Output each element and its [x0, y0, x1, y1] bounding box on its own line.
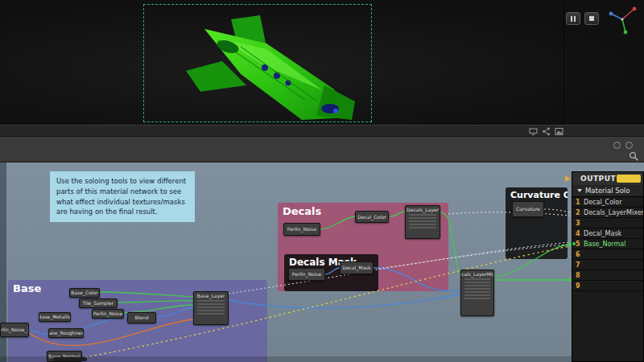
graph-horizontal-scrollbar[interactable] [0, 356, 572, 362]
solo-row-4[interactable]: 4 Decal_Mask [572, 228, 643, 239]
circle-option-icon-2[interactable] [625, 142, 633, 149]
solo-row-2[interactable]: 2 Decals_LayerMixer [572, 208, 643, 218]
viewport-toolbar [0, 125, 644, 137]
output-panel-header[interactable]: OUTPUT [572, 172, 643, 185]
stop-icon [589, 16, 594, 21]
node-perlin-noise-mask[interactable]: Perlin_Noise [288, 268, 325, 281]
share-icon[interactable] [542, 127, 551, 136]
playback-controls [566, 12, 599, 25]
comment-text: Use the soloing tools to view different … [56, 177, 186, 216]
graph-toolbar [0, 137, 644, 162]
node-perlin-noise-3d[interactable]: Perlin_Noise_3D [0, 323, 29, 337]
solo-row-1[interactable]: 1 Decal_Color [572, 197, 643, 208]
node-curvature[interactable]: Curvature [512, 201, 544, 217]
display-capture-icon[interactable] [529, 127, 538, 136]
viewport-selection-rect [143, 4, 372, 122]
pause-button[interactable] [566, 12, 580, 25]
output-play-icon [565, 175, 571, 182]
scrollbar-handle[interactable] [53, 357, 87, 361]
chevron-down-icon [577, 189, 582, 192]
material-solo-label: Material Solo [585, 187, 630, 195]
spaceship-model [144, 5, 373, 123]
node-decal-color[interactable]: Decal_Color [355, 211, 389, 223]
solo-row-5-active[interactable]: 5 Base_Normal [572, 239, 643, 249]
node-base-metallic[interactable]: Base_Metallic [39, 312, 71, 322]
application-window: Base Decals Decals Mask Curvature Conver… [0, 0, 644, 362]
solo-row-7[interactable]: 7 [572, 260, 643, 270]
node-base-color[interactable]: Base_Color [69, 288, 100, 298]
node-decals-layer[interactable]: Decals_Layer [405, 205, 440, 239]
node-perlin-noise-base[interactable]: Perlin_Noise [92, 309, 124, 319]
output-header-highlight [617, 175, 641, 183]
search-icon[interactable] [629, 151, 639, 162]
pause-icon [571, 16, 572, 22]
graph-comment-note[interactable]: Use the soloing tools to view different … [50, 171, 195, 222]
solo-row-3[interactable]: 3 [572, 218, 643, 228]
3d-viewport[interactable] [0, 0, 644, 125]
node-base-layer[interactable]: Base_Layer [193, 291, 229, 325]
circle-option-icon-1[interactable] [613, 142, 621, 149]
output-panel-title: OUTPUT [580, 175, 616, 183]
material-solo-dropdown[interactable]: Material Solo [572, 185, 643, 197]
node-tile-sampler[interactable]: Tile_Sampler [79, 298, 118, 308]
solo-row-9[interactable]: 9 [572, 281, 643, 291]
node-base-roughness[interactable]: Base_Roughness [48, 328, 84, 338]
solo-row-6[interactable]: 6 [572, 249, 643, 260]
viewport-panel-divider [564, 0, 564, 125]
node-graph-canvas[interactable]: Base Decals Decals Mask Curvature Conver… [0, 162, 644, 362]
axis-gizmo-icon[interactable] [604, 2, 641, 35]
output-solo-panel: OUTPUT Material Solo 1 Decal_Color 2 Dec… [572, 171, 644, 362]
solo-row-8[interactable]: 8 [572, 270, 643, 281]
node-blend[interactable]: Blend [127, 312, 156, 323]
image-icon[interactable] [555, 127, 564, 136]
stop-button[interactable] [584, 12, 599, 25]
node-decals-layermixer[interactable]: Decals_LayerMixer [460, 269, 494, 316]
node-decal-mask[interactable]: Decal_Mask [340, 261, 374, 274]
node-perlin-noise-decals[interactable]: Perlin_Noise [283, 223, 320, 236]
